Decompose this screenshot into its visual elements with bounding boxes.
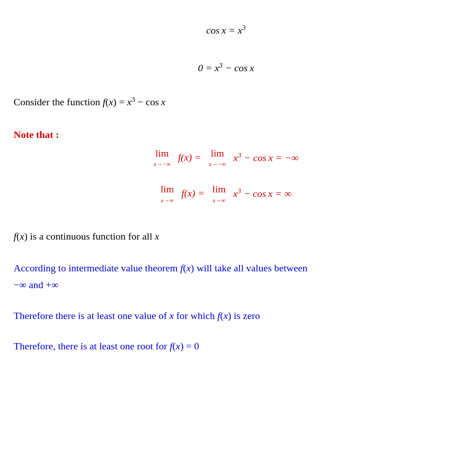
limit-1-fx: f(x) = <box>176 151 204 165</box>
therefore-1-block: Therefore there is at least one value of… <box>14 307 438 324</box>
limit-2-expr: x3 − cos x = ∞ <box>231 186 291 201</box>
equation-1-text: cos x = x3 <box>206 25 246 36</box>
equation-2-text: 0 = x3 − cos x <box>198 62 254 74</box>
note-that-label: Note that : <box>14 128 438 142</box>
equation-2-block: 0 = x3 − cos x <box>14 60 438 75</box>
limit-1-lim2: lim x→−∞ <box>209 147 226 169</box>
limit-1-lim1: lim x→−∞ <box>153 147 170 169</box>
limit-2-fx: f(x) = <box>179 186 207 201</box>
ivt-text: According to intermediate value theorem … <box>14 262 308 290</box>
limit-1-block: lim x→−∞ f(x) = lim x→−∞ x3 − cos x = −∞ <box>14 147 438 169</box>
consider-text: Consider the function f(x) = x3 − cos x <box>14 96 165 108</box>
limit-1-expr: x3 − cos x = −∞ <box>231 150 299 165</box>
therefore-2-block: Therefore, there is at least one root fo… <box>14 338 438 354</box>
continuous-function-line: f(x) is a continuous function for all x <box>14 230 438 244</box>
equation-1-block: cos x = x3 <box>14 23 438 38</box>
continuous-text: f(x) is a continuous function for all x <box>14 231 159 242</box>
limit-2-lim2: lim x→∞ <box>212 182 226 205</box>
therefore-1-text: Therefore there is at least one value of… <box>14 310 260 321</box>
limit-2-lim1: lim x→∞ <box>161 182 174 205</box>
ivt-block: According to intermediate value theorem … <box>14 260 438 294</box>
therefore-2-text: Therefore, there is at least one root fo… <box>14 340 199 352</box>
consider-function-line: Consider the function f(x) = x3 − cos x <box>14 93 438 110</box>
page-content: cos x = x3 0 = x3 − cos x Consider the f… <box>14 23 438 354</box>
limit-2-block: lim x→∞ f(x) = lim x→∞ x3 − cos x = ∞ <box>14 182 438 205</box>
